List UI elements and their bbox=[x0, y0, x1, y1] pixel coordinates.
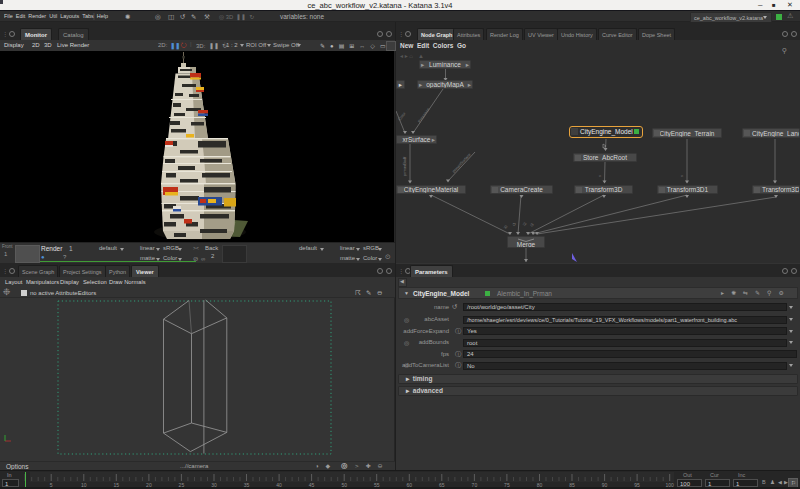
svg-text:i2: i2 bbox=[522, 221, 528, 227]
svg-text:s: s bbox=[679, 175, 684, 177]
svg-text:i0: i0 bbox=[503, 224, 509, 230]
svg-text:prmanBxdf: prmanBxdf bbox=[402, 156, 407, 176]
svg-text:i3: i3 bbox=[529, 221, 535, 227]
svg-text:i1: i1 bbox=[511, 221, 517, 226]
svg-text:s: s bbox=[597, 175, 602, 177]
svg-text:Presence: Presence bbox=[417, 106, 431, 123]
svg-text:prmanSurface: prmanSurface bbox=[451, 151, 472, 173]
svg-text:Color: Color bbox=[397, 110, 407, 121]
